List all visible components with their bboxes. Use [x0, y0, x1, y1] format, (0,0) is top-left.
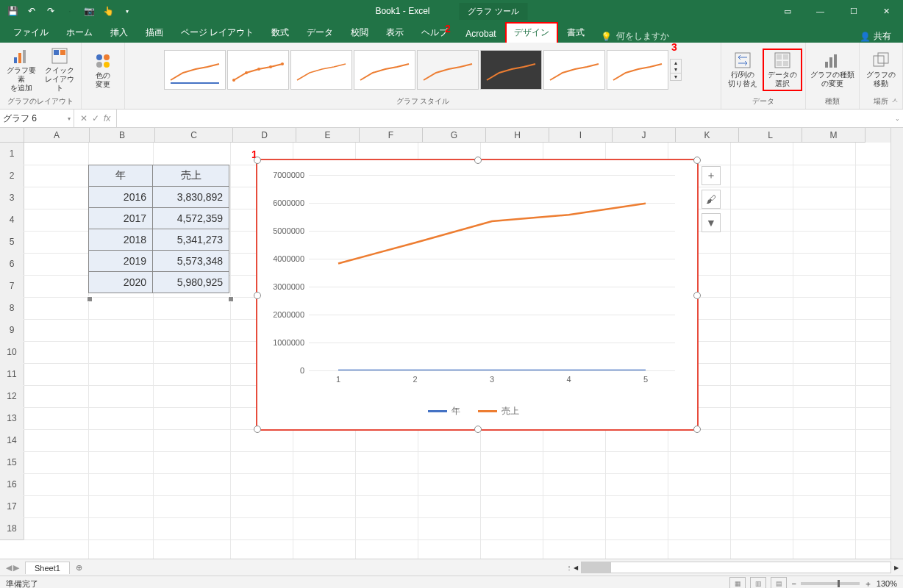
column-header[interactable]: L: [739, 128, 802, 143]
zoom-level[interactable]: 130%: [877, 579, 897, 588]
quick-layout-button[interactable]: クイック レイアウト: [41, 46, 78, 94]
column-header[interactable]: F: [360, 128, 423, 143]
collapse-ribbon-icon[interactable]: ㅅ: [891, 96, 899, 106]
resize-handle[interactable]: [693, 292, 701, 299]
resize-handle[interactable]: [693, 426, 701, 433]
chart-elements-button[interactable]: ＋: [702, 166, 721, 185]
style-thumb-8[interactable]: [607, 50, 668, 90]
style-thumb-4[interactable]: [354, 50, 415, 90]
minimize-icon[interactable]: —: [804, 0, 837, 22]
row-header[interactable]: 8: [0, 297, 24, 320]
tell-me[interactable]: 💡 何をしますか: [601, 30, 669, 43]
formula-bar[interactable]: [116, 110, 891, 127]
column-header[interactable]: I: [549, 128, 613, 143]
table-cell[interactable]: 2019: [89, 251, 153, 272]
gallery-scroll[interactable]: ▴▾▾: [670, 59, 682, 81]
name-box[interactable]: グラフ 6 ▾: [0, 110, 74, 127]
move-chart-button[interactable]: グラフの 移動: [863, 50, 899, 90]
sheet-nav-next-icon[interactable]: ▶: [13, 563, 19, 573]
share-button[interactable]: 👤 共有: [852, 30, 899, 43]
resize-handle[interactable]: [474, 426, 482, 433]
table-cell[interactable]: 5,573,348: [153, 251, 229, 272]
column-header[interactable]: E: [296, 128, 360, 143]
normal-view-icon[interactable]: ▦: [729, 577, 746, 588]
column-header[interactable]: H: [486, 128, 549, 143]
tab-home[interactable]: ホーム: [57, 22, 101, 43]
expand-formula-bar-icon[interactable]: ⌄: [891, 115, 903, 122]
ribbon-options-icon[interactable]: ▭: [771, 0, 804, 22]
table-cell[interactable]: 2016: [89, 187, 153, 208]
worksheet-grid[interactable]: ABCDEFGHIJKLM 12345678910111213141516171…: [0, 128, 903, 559]
table-cell[interactable]: 5,341,273: [153, 229, 229, 251]
column-header[interactable]: D: [233, 128, 296, 143]
row-header[interactable]: 3: [0, 187, 24, 209]
vertical-scrollbar[interactable]: [890, 128, 903, 559]
column-header[interactable]: M: [802, 128, 865, 143]
column-header[interactable]: A: [24, 128, 90, 143]
data-table[interactable]: 年 売上 20163,830,892 20174,572,359 20185,3…: [88, 165, 229, 293]
resize-handle[interactable]: [254, 157, 261, 164]
resize-handle[interactable]: [254, 426, 261, 433]
column-header[interactable]: K: [676, 128, 739, 143]
chart-styles-button[interactable]: 🖌: [702, 190, 721, 209]
row-header[interactable]: 2: [0, 165, 24, 187]
tab-formulas[interactable]: 数式: [263, 22, 298, 43]
row-header[interactable]: 17: [0, 495, 24, 518]
style-thumb-1[interactable]: [164, 50, 226, 90]
maximize-icon[interactable]: ☐: [837, 0, 870, 22]
selection-handle[interactable]: [87, 296, 93, 302]
namebox-dropdown-icon[interactable]: ▾: [68, 115, 71, 122]
save-icon[interactable]: 💾: [4, 3, 21, 19]
tab-format[interactable]: 書式: [558, 22, 593, 43]
redo-icon[interactable]: ↷: [43, 3, 59, 19]
column-header[interactable]: G: [423, 128, 486, 143]
chart-filters-button[interactable]: ▼: [702, 213, 721, 232]
row-header[interactable]: 9: [0, 319, 24, 342]
table-cell[interactable]: 2018: [89, 229, 153, 251]
zoom-slider[interactable]: [801, 582, 860, 585]
enter-formula-icon[interactable]: ✓: [92, 113, 99, 123]
chart-plot-area[interactable]: 0100000020000003000000400000050000006000…: [309, 175, 675, 370]
table-header-sales[interactable]: 売上: [153, 165, 229, 187]
row-header[interactable]: 15: [0, 451, 24, 474]
row-header[interactable]: 1: [0, 143, 24, 165]
zoom-in-icon[interactable]: ＋: [864, 578, 872, 589]
row-header[interactable]: 18: [0, 517, 24, 540]
tab-draw[interactable]: 描画: [137, 22, 172, 43]
page-layout-view-icon[interactable]: ▥: [750, 577, 766, 588]
selection-handle[interactable]: [228, 296, 234, 302]
style-thumb-2[interactable]: [227, 50, 289, 90]
row-header[interactable]: 10: [0, 341, 24, 364]
horizontal-scrollbar[interactable]: ⋮ ◀ ▶: [88, 562, 903, 573]
tab-file[interactable]: ファイル: [4, 22, 57, 43]
chart-styles-gallery[interactable]: ▴▾▾: [164, 44, 682, 95]
zoom-out-icon[interactable]: −: [791, 579, 796, 588]
table-header-year[interactable]: 年: [89, 165, 153, 187]
column-header[interactable]: J: [613, 128, 676, 143]
resize-handle[interactable]: [254, 292, 261, 299]
cancel-formula-icon[interactable]: ✕: [80, 113, 88, 123]
table-cell[interactable]: 3,830,892: [153, 187, 229, 208]
chart-legend[interactable]: 年 売上: [265, 405, 682, 417]
add-sheet-button[interactable]: ⊕: [70, 563, 88, 573]
table-cell[interactable]: 4,572,359: [153, 208, 229, 229]
row-header[interactable]: 7: [0, 275, 24, 298]
column-header[interactable]: C: [155, 128, 233, 143]
row-header[interactable]: 6: [0, 253, 24, 276]
select-all-corner[interactable]: [0, 128, 24, 143]
undo-icon[interactable]: ↶: [24, 3, 40, 19]
change-colors-button[interactable]: 色の 変更: [85, 51, 121, 90]
add-chart-element-button[interactable]: グラフ要素 を追加: [3, 46, 40, 94]
camera-icon[interactable]: 📷: [81, 3, 97, 19]
row-header[interactable]: 13: [0, 407, 24, 430]
tab-data[interactable]: データ: [298, 22, 342, 43]
close-icon[interactable]: ✕: [870, 0, 903, 22]
tab-review[interactable]: 校閲: [342, 22, 377, 43]
fx-icon[interactable]: fx: [104, 113, 110, 123]
column-header[interactable]: B: [90, 128, 155, 143]
sheet-tab[interactable]: Sheet1: [25, 562, 70, 574]
chart-object[interactable]: ＋ 🖌 ▼ 0100000020000003000000400000050000…: [256, 159, 699, 431]
row-header[interactable]: 11: [0, 363, 24, 386]
switch-row-column-button[interactable]: 行/列の 切り替え: [724, 50, 761, 90]
change-chart-type-button[interactable]: グラフの種類 の変更: [809, 50, 856, 90]
